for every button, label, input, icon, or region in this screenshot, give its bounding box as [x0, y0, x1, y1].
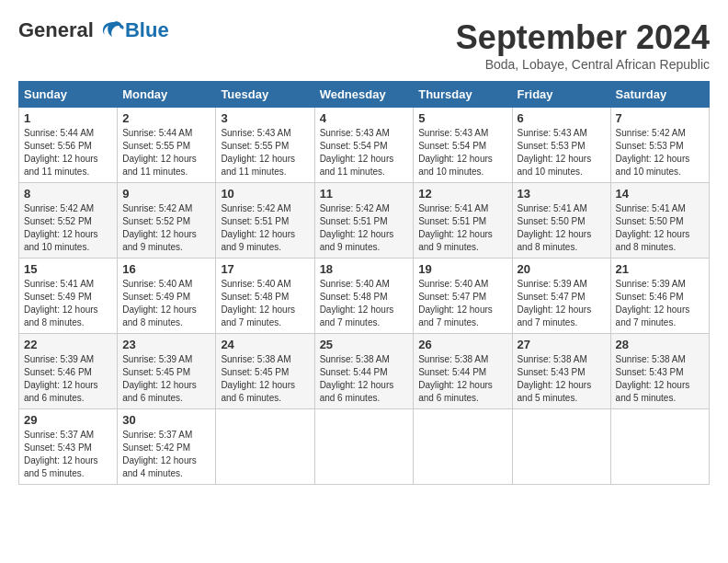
day-number: 18 [320, 262, 409, 276]
day-number: 15 [24, 262, 112, 276]
calendar-cell: 18 Sunrise: 5:40 AM Sunset: 5:48 PM Dayl… [314, 259, 414, 334]
day-number: 2 [122, 111, 210, 125]
day-info: Sunrise: 5:43 AM Sunset: 5:54 PM Dayligh… [418, 127, 506, 178]
logo-bird-icon [96, 20, 125, 40]
day-info: Sunrise: 5:41 AM Sunset: 5:51 PM Dayligh… [418, 202, 506, 254]
day-number: 29 [24, 413, 112, 427]
calendar-cell: 16 Sunrise: 5:40 AM Sunset: 5:49 PM Dayl… [118, 259, 216, 334]
calendar-cell: 29 Sunrise: 5:37 AM Sunset: 5:43 PM Dayl… [19, 409, 118, 485]
day-number: 5 [418, 111, 506, 125]
day-info: Sunrise: 5:40 AM Sunset: 5:48 PM Dayligh… [221, 278, 309, 329]
day-info: Sunrise: 5:44 AM Sunset: 5:56 PM Dayligh… [24, 127, 112, 178]
day-info: Sunrise: 5:39 AM Sunset: 5:47 PM Dayligh… [518, 278, 606, 329]
day-number: 6 [518, 111, 606, 125]
day-info: Sunrise: 5:38 AM Sunset: 5:43 PM Dayligh… [616, 353, 704, 405]
header-saturday: Saturday [610, 82, 709, 108]
day-number: 13 [518, 187, 606, 201]
day-info: Sunrise: 5:43 AM Sunset: 5:53 PM Dayligh… [518, 127, 606, 178]
calendar-cell: 3 Sunrise: 5:43 AM Sunset: 5:55 PM Dayli… [216, 108, 314, 183]
calendar-cell: 19 Sunrise: 5:40 AM Sunset: 5:47 PM Dayl… [414, 259, 512, 334]
calendar-cell: 28 Sunrise: 5:38 AM Sunset: 5:43 PM Dayl… [610, 334, 709, 409]
calendar-cell: 2 Sunrise: 5:44 AM Sunset: 5:55 PM Dayli… [118, 108, 216, 183]
day-info: Sunrise: 5:40 AM Sunset: 5:47 PM Dayligh… [418, 278, 506, 329]
day-info: Sunrise: 5:43 AM Sunset: 5:54 PM Dayligh… [320, 127, 409, 178]
calendar-header-row: SundayMondayTuesdayWednesdayThursdayFrid… [19, 82, 710, 108]
day-number: 7 [616, 111, 704, 125]
day-number: 11 [320, 187, 409, 201]
day-info: Sunrise: 5:38 AM Sunset: 5:44 PM Dayligh… [320, 353, 409, 405]
calendar-cell: 20 Sunrise: 5:39 AM Sunset: 5:47 PM Dayl… [512, 259, 610, 334]
day-info: Sunrise: 5:38 AM Sunset: 5:45 PM Dayligh… [221, 353, 309, 405]
location-subtitle: Boda, Lobaye, Central African Republic [456, 57, 710, 72]
calendar-cell: 5 Sunrise: 5:43 AM Sunset: 5:54 PM Dayli… [414, 108, 512, 183]
day-number: 20 [518, 262, 606, 276]
day-info: Sunrise: 5:42 AM Sunset: 5:53 PM Dayligh… [616, 127, 704, 178]
day-number: 12 [418, 187, 506, 201]
day-number: 10 [221, 187, 309, 201]
header-sunday: Sunday [19, 82, 118, 108]
day-info: Sunrise: 5:41 AM Sunset: 5:49 PM Dayligh… [24, 278, 112, 329]
logo-blue-text: Blue [125, 18, 169, 42]
day-number: 9 [122, 187, 210, 201]
day-number: 4 [320, 111, 409, 125]
day-number: 21 [616, 262, 704, 276]
day-number: 28 [616, 338, 704, 351]
day-info: Sunrise: 5:42 AM Sunset: 5:52 PM Dayligh… [24, 202, 112, 254]
day-info: Sunrise: 5:40 AM Sunset: 5:49 PM Dayligh… [122, 278, 210, 329]
calendar-cell: 15 Sunrise: 5:41 AM Sunset: 5:49 PM Dayl… [19, 259, 118, 334]
calendar-week-row: 1 Sunrise: 5:44 AM Sunset: 5:56 PM Dayli… [19, 108, 710, 183]
header-thursday: Thursday [414, 82, 512, 108]
day-number: 23 [122, 338, 210, 351]
calendar-cell: 12 Sunrise: 5:41 AM Sunset: 5:51 PM Dayl… [414, 183, 512, 259]
calendar-cell: 24 Sunrise: 5:38 AM Sunset: 5:45 PM Dayl… [216, 334, 314, 409]
calendar-cell [314, 409, 414, 485]
calendar-cell [216, 409, 314, 485]
header-tuesday: Tuesday [216, 82, 314, 108]
day-info: Sunrise: 5:38 AM Sunset: 5:44 PM Dayligh… [418, 353, 506, 405]
day-info: Sunrise: 5:42 AM Sunset: 5:51 PM Dayligh… [221, 202, 309, 254]
day-info: Sunrise: 5:39 AM Sunset: 5:46 PM Dayligh… [24, 353, 112, 405]
calendar-cell: 26 Sunrise: 5:38 AM Sunset: 5:44 PM Dayl… [414, 334, 512, 409]
day-number: 25 [320, 338, 409, 351]
calendar-cell: 9 Sunrise: 5:42 AM Sunset: 5:52 PM Dayli… [118, 183, 216, 259]
page-header: General Blue September 2024 Boda, Lobaye… [18, 18, 710, 72]
calendar-week-row: 22 Sunrise: 5:39 AM Sunset: 5:46 PM Dayl… [19, 334, 710, 409]
calendar-week-row: 15 Sunrise: 5:41 AM Sunset: 5:49 PM Dayl… [19, 259, 710, 334]
day-info: Sunrise: 5:42 AM Sunset: 5:52 PM Dayligh… [122, 202, 210, 254]
day-info: Sunrise: 5:39 AM Sunset: 5:46 PM Dayligh… [616, 278, 704, 329]
calendar-cell: 4 Sunrise: 5:43 AM Sunset: 5:54 PM Dayli… [314, 108, 414, 183]
day-info: Sunrise: 5:37 AM Sunset: 5:42 PM Dayligh… [122, 429, 210, 480]
day-number: 27 [518, 338, 606, 351]
day-number: 14 [616, 187, 704, 201]
day-info: Sunrise: 5:38 AM Sunset: 5:43 PM Dayligh… [518, 353, 606, 405]
calendar-cell: 21 Sunrise: 5:39 AM Sunset: 5:46 PM Dayl… [610, 259, 709, 334]
day-number: 30 [122, 413, 210, 427]
logo: General Blue [18, 18, 169, 42]
calendar-cell: 17 Sunrise: 5:40 AM Sunset: 5:48 PM Dayl… [216, 259, 314, 334]
day-number: 3 [221, 111, 309, 125]
day-info: Sunrise: 5:41 AM Sunset: 5:50 PM Dayligh… [616, 202, 704, 254]
calendar-cell: 7 Sunrise: 5:42 AM Sunset: 5:53 PM Dayli… [610, 108, 709, 183]
day-info: Sunrise: 5:39 AM Sunset: 5:45 PM Dayligh… [122, 353, 210, 405]
day-number: 8 [24, 187, 112, 201]
day-number: 1 [24, 111, 112, 125]
calendar-cell: 23 Sunrise: 5:39 AM Sunset: 5:45 PM Dayl… [118, 334, 216, 409]
calendar-cell: 8 Sunrise: 5:42 AM Sunset: 5:52 PM Dayli… [19, 183, 118, 259]
day-info: Sunrise: 5:37 AM Sunset: 5:43 PM Dayligh… [24, 429, 112, 480]
title-block: September 2024 Boda, Lobaye, Central Afr… [456, 18, 710, 72]
day-info: Sunrise: 5:41 AM Sunset: 5:50 PM Dayligh… [518, 202, 606, 254]
calendar-table: SundayMondayTuesdayWednesdayThursdayFrid… [18, 81, 710, 485]
calendar-cell [414, 409, 512, 485]
month-title: September 2024 [456, 18, 710, 57]
logo-general-text: General [18, 18, 94, 42]
calendar-cell: 14 Sunrise: 5:41 AM Sunset: 5:50 PM Dayl… [610, 183, 709, 259]
header-monday: Monday [118, 82, 216, 108]
calendar-cell: 1 Sunrise: 5:44 AM Sunset: 5:56 PM Dayli… [19, 108, 118, 183]
calendar-cell: 13 Sunrise: 5:41 AM Sunset: 5:50 PM Dayl… [512, 183, 610, 259]
calendar-cell: 30 Sunrise: 5:37 AM Sunset: 5:42 PM Dayl… [118, 409, 216, 485]
day-number: 26 [418, 338, 506, 351]
calendar-cell: 22 Sunrise: 5:39 AM Sunset: 5:46 PM Dayl… [19, 334, 118, 409]
calendar-week-row: 8 Sunrise: 5:42 AM Sunset: 5:52 PM Dayli… [19, 183, 710, 259]
day-info: Sunrise: 5:43 AM Sunset: 5:55 PM Dayligh… [221, 127, 309, 178]
day-info: Sunrise: 5:40 AM Sunset: 5:48 PM Dayligh… [320, 278, 409, 329]
